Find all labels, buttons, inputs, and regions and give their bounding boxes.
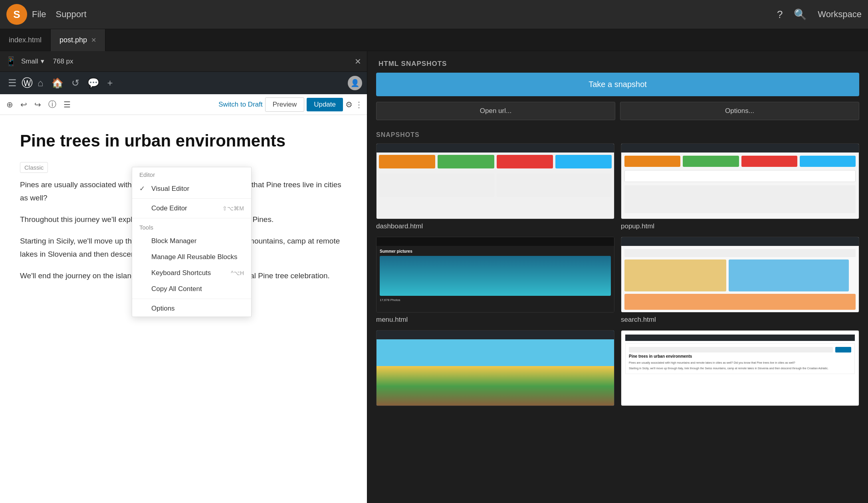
dropdown-divider-1 <box>132 198 251 199</box>
help-icon[interactable]: ? <box>777 8 783 21</box>
dropdown-code-editor[interactable]: Code Editor ⇧⌥⌘M <box>132 200 251 216</box>
editor-panel: 📱 Small ▾ 768 px ✕ ☰ Ⓦ ⌂ 🏠 ↺ 💬 + 👤 ⊕ ↩ ↪ <box>0 51 367 503</box>
keyboard-shortcut: ^⌥H <box>231 270 244 276</box>
dropdown-editor-label: Editor <box>132 167 251 180</box>
block-nav-icon[interactable]: ☰ <box>61 97 73 112</box>
device-close-icon[interactable]: ✕ <box>355 57 361 66</box>
editor-toolbar: ⊕ ↩ ↪ ⓘ ☰ Switch to Draft Preview Update… <box>0 94 367 115</box>
block-manager-label: Block Manager <box>151 237 196 245</box>
snapshots-label: SNAPSHOTS <box>367 127 868 143</box>
menu-support[interactable]: Support <box>55 9 86 20</box>
top-menu: File Support <box>32 9 87 20</box>
snapshot-beach-thumb <box>376 330 614 406</box>
snapshot-post[interactable]: Pine trees in urban environments Pines a… <box>621 330 859 409</box>
update-button[interactable]: Update <box>307 98 343 111</box>
add-block-icon[interactable]: ⊕ <box>4 97 16 112</box>
snapshot-actions: Open url... Options... <box>367 102 868 127</box>
device-bar: 📱 Small ▾ 768 px ✕ <box>0 51 367 72</box>
device-label[interactable]: Small ▾ <box>21 57 44 65</box>
take-snapshot-button[interactable]: Take a snapshot <box>376 73 859 96</box>
settings-icon[interactable]: ⚙ <box>345 100 353 109</box>
menu-file[interactable]: File <box>32 9 46 20</box>
tab-post-close[interactable]: ✕ <box>91 36 96 44</box>
wp-new-icon[interactable]: + <box>104 74 116 92</box>
tabs-bar: index.html post.php ✕ <box>0 29 868 51</box>
dropdown-copy-content[interactable]: Copy All Content <box>132 281 251 297</box>
snapshot-beach[interactable] <box>376 330 614 409</box>
tab-post-label: post.php <box>59 36 87 44</box>
right-panel: HTML SNAPSHOTS Take a snapshot Open url.… <box>367 51 868 503</box>
more-options-icon[interactable]: ⋮ <box>355 100 363 109</box>
dropdown-block-manager[interactable]: Block Manager <box>132 233 251 249</box>
options-label: Options <box>151 305 175 313</box>
tab-index[interactable]: index.html <box>0 29 51 51</box>
code-editor-shortcut: ⇧⌥⌘M <box>222 205 244 212</box>
keyboard-shortcuts-label: Keyboard Shortcuts <box>151 269 211 277</box>
switch-draft-button[interactable]: Switch to Draft <box>218 101 263 109</box>
open-url-button[interactable]: Open url... <box>376 102 615 120</box>
options-button[interactable]: Options... <box>620 102 859 120</box>
redo-icon[interactable]: ↪ <box>32 97 44 112</box>
tab-index-label: index.html <box>9 36 42 44</box>
dropdown-visual-editor[interactable]: ✓ Visual Editor <box>132 180 251 197</box>
classic-label: Classic <box>20 162 48 173</box>
wp-comments-icon[interactable]: 💬 <box>84 74 103 92</box>
snapshot-menu[interactable]: Summer pictures 17,678 Photos menu.html <box>376 237 614 324</box>
device-icon: 📱 <box>6 56 16 67</box>
visual-editor-label: Visual Editor <box>151 185 189 193</box>
snapshot-menu-thumb: Summer pictures 17,678 Photos <box>376 237 614 313</box>
snapshot-search[interactable]: search.html <box>621 237 859 324</box>
search-icon[interactable]: 🔍 <box>794 8 807 21</box>
snapshot-post-thumb: Pine trees in urban environments Pines a… <box>621 330 859 406</box>
wp-home-icon[interactable]: 🏠 <box>48 74 67 92</box>
dropdown-manage-reusable[interactable]: Manage All Reusable Blocks <box>132 249 251 265</box>
top-bar: S File Support ? 🔍 Workspace <box>0 0 868 29</box>
info-icon[interactable]: ⓘ <box>46 97 59 112</box>
check-icon: ✓ <box>139 184 147 193</box>
main-layout: 📱 Small ▾ 768 px ✕ ☰ Ⓦ ⌂ 🏠 ↺ 💬 + 👤 ⊕ ↩ ↪ <box>0 51 868 503</box>
undo-icon[interactable]: ↩ <box>18 97 30 112</box>
tab-post[interactable]: post.php ✕ <box>51 29 105 51</box>
snapshot-popup-name: popup.html <box>621 219 859 230</box>
snapshot-dashboard[interactable]: dashboard.html <box>376 143 614 230</box>
wp-updates-icon[interactable]: ↺ <box>68 74 83 92</box>
dropdown-options[interactable]: Options <box>132 301 251 317</box>
editor-dropdown-menu: Editor ✓ Visual Editor Code Editor ⇧⌥⌘M … <box>132 167 252 317</box>
top-bar-right: ? 🔍 Workspace <box>777 8 862 21</box>
snapshot-search-thumb <box>621 237 859 313</box>
snapshot-menu-name: menu.html <box>376 313 614 324</box>
content-title[interactable]: Pine trees in urban environments <box>20 131 347 151</box>
app-logo[interactable]: S <box>6 4 27 25</box>
snapshot-popup-thumb <box>621 143 859 219</box>
workspace-label[interactable]: Workspace <box>818 9 862 20</box>
snapshot-popup[interactable]: popup.html <box>621 143 859 230</box>
code-editor-label: Code Editor <box>151 204 187 212</box>
dropdown-divider-3 <box>132 299 251 299</box>
wp-toolbar: ☰ Ⓦ ⌂ 🏠 ↺ 💬 + 👤 <box>0 72 367 94</box>
wp-menu-icon[interactable]: ☰ <box>5 74 20 92</box>
snapshot-post-name <box>621 406 859 409</box>
snapshot-beach-name <box>376 406 614 409</box>
snapshots-grid: dashboard.html <box>367 143 868 409</box>
preview-button[interactable]: Preview <box>265 97 304 112</box>
wp-avatar[interactable]: 👤 <box>348 76 362 90</box>
html-snapshots-header: HTML SNAPSHOTS <box>367 51 868 73</box>
wp-logo-icon[interactable]: Ⓦ <box>22 75 33 91</box>
manage-reusable-label: Manage All Reusable Blocks <box>151 253 237 261</box>
snapshot-search-name: search.html <box>621 313 859 324</box>
dropdown-divider-2 <box>132 218 251 218</box>
snapshot-dashboard-thumb <box>376 143 614 219</box>
dropdown-tools-label: Tools <box>132 220 251 233</box>
snapshot-dashboard-name: dashboard.html <box>376 219 614 230</box>
logo-letter: S <box>13 8 20 21</box>
device-px: 768 px <box>53 57 73 65</box>
wp-customize-icon[interactable]: ⌂ <box>34 74 47 92</box>
chevron-down-icon[interactable]: ▾ <box>41 57 44 65</box>
dropdown-keyboard-shortcuts[interactable]: Keyboard Shortcuts ^⌥H <box>132 265 251 281</box>
copy-content-label: Copy All Content <box>151 285 202 293</box>
